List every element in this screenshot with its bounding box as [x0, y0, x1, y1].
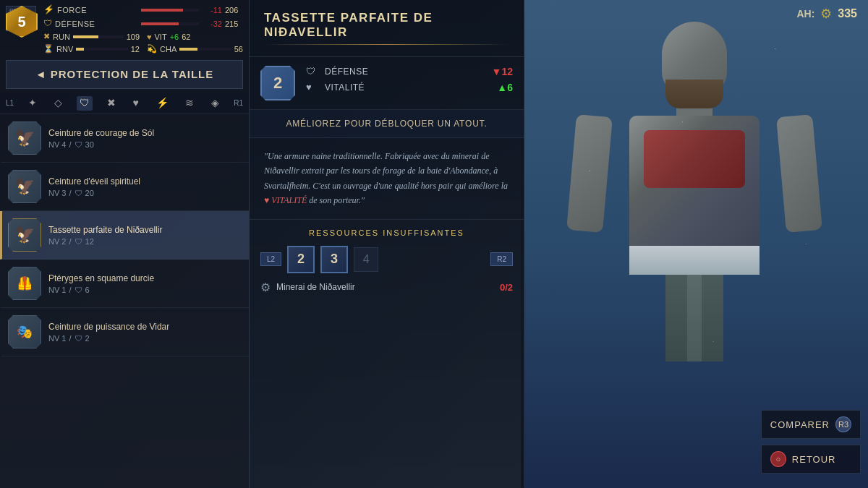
tab-icon-sparkle[interactable]: ✦: [25, 95, 40, 111]
section-title-box: ◄ PROTECTION DE LA TAILLE: [6, 60, 243, 89]
equipment-item-2[interactable]: 🦅 Ceinture d'éveil spirituel NV 3 / 🛡 20: [0, 163, 249, 211]
compare-label: COMPARER: [770, 419, 830, 430]
tab-icon-waves[interactable]: ≋: [182, 95, 197, 111]
craft-btn-r2[interactable]: R2: [490, 252, 513, 266]
detail-vitality-name: VITALITÉ: [325, 82, 491, 93]
tab-icon-lightning[interactable]: ⚡: [153, 95, 171, 111]
retour-icon: ○: [770, 451, 786, 467]
force-label: FORCE: [57, 6, 138, 14]
detail-vitality-icon: ♥: [306, 82, 319, 93]
item-level-badge: 2: [260, 66, 295, 100]
resource-count: 0/2: [500, 282, 513, 293]
item-info-5: Ceinture de puissance de Vidar NV 1 / 🛡 …: [48, 322, 243, 343]
item-info-3: Tassette parfaite de Niðavellir NV 2 / 🛡…: [48, 225, 243, 246]
item-detail-section: 2 🛡 DÉFENSE ▼12 ♥ VITALITÉ ▲6: [250, 57, 524, 110]
trigger-left[interactable]: L1: [6, 99, 14, 107]
rnv-label: RNV: [56, 45, 73, 53]
resources-title: RESSOURCES INSUFFISANTES: [260, 228, 513, 237]
resources-section: RESSOURCES INSUFFISANTES L2 2 3 4 R2 ⚙ M…: [250, 220, 524, 303]
run-label: RUN: [53, 33, 70, 41]
title-divider: [264, 44, 509, 45]
defense-stat-row: 🛡 DÉFENSE -32 215: [43, 18, 243, 29]
item-defense-3: 12: [85, 237, 94, 246]
item-info-4: Ptéryges en squame durcie NV 1 / 🛡 6: [48, 273, 243, 294]
shield-icon-3: 🛡: [75, 237, 82, 246]
force-stat-row: ⚡ FORCE -11 206: [43, 4, 243, 15]
shield-icon-4: 🛡: [75, 286, 82, 294]
item-icon-3: 🦅: [8, 218, 41, 252]
item-info-1: Ceinture de courage de Sól NV 4 / 🛡 30: [48, 128, 243, 149]
vit-stat: ♥ VIT +6 62: [147, 32, 243, 41]
item-name-4: Ptéryges en squame durcie: [48, 273, 243, 283]
craft-btn-l2[interactable]: L2: [260, 252, 281, 266]
defense-icon: 🛡: [43, 18, 52, 29]
tab-icon-shield[interactable]: 🛡: [77, 96, 93, 111]
detail-vitality-row: ♥ VITALITÉ ▲6: [306, 82, 513, 93]
item-icon-5: 🎭: [8, 315, 41, 348]
cha-label: CHA: [160, 45, 176, 53]
item-level-5: NV 1: [48, 334, 66, 343]
item-name-3: Tassette parfaite de Niðavellir: [48, 225, 243, 235]
force-change: -11: [202, 6, 222, 14]
detail-defense-icon: 🛡: [306, 66, 319, 77]
rnv-bar-fill: [76, 48, 84, 51]
item-icon-1: 🦅: [8, 121, 41, 155]
defense-label: DÉFENSE: [55, 20, 138, 28]
craft-number-4: 4: [354, 247, 378, 272]
equipment-item-4[interactable]: 🦺 Ptéryges en squame durcie NV 1 / 🛡 6: [0, 260, 249, 308]
equipment-item-1[interactable]: 🦅 Ceinture de courage de Sól NV 4 / 🛡 30: [0, 114, 249, 163]
trigger-right[interactable]: R1: [234, 99, 243, 107]
equipment-item-3[interactable]: 🦅 Tassette parfaite de Niðavellir NV 2 /…: [0, 211, 249, 260]
rnv-icon: ⏳: [43, 44, 54, 53]
run-bar: [73, 35, 124, 38]
tab-icon-heart[interactable]: ♥: [129, 96, 141, 111]
defense-bar-container: [141, 22, 199, 25]
item-stats-5: NV 1 / 🛡 2: [48, 334, 243, 343]
retour-button[interactable]: ○ RETOUR: [761, 445, 861, 474]
run-vit-row: ✖ RUN 109 ♥ VIT +6 62: [43, 32, 243, 41]
item-stats-1: NV 4 / 🛡 30: [48, 140, 243, 149]
force-bar-container: [141, 9, 199, 12]
vit-value: 62: [182, 33, 190, 41]
item-defense-2: 20: [85, 189, 94, 197]
hud-currency: AH: ⚙ 335: [796, 6, 857, 22]
item-stats-4: NV 1 / 🛡 6: [48, 286, 243, 294]
rnv-value: 12: [131, 45, 140, 53]
defense-value: 215: [225, 20, 243, 28]
resource-name: Minerai de Niðavellir: [276, 282, 494, 292]
shield-icon-1: 🛡: [75, 140, 82, 149]
cha-bar-fill: [179, 48, 197, 51]
item-defense-4: 6: [85, 286, 90, 294]
left-panel: 5 ⚡ FORCE -11 206 🛡 DÉFENSE -32 215 ✖: [0, 0, 250, 488]
run-icon: ✖: [43, 32, 50, 41]
upgrade-section: AMÉLIOREZ POUR DÉBLOQUER UN ATOUT.: [250, 110, 524, 138]
level-number: 5: [17, 14, 25, 30]
item-name-1: Ceinture de courage de Sól: [48, 128, 243, 138]
cha-value: 56: [234, 45, 243, 53]
item-level-3: NV 2: [48, 237, 66, 246]
item-main-title: TASSETTE PARFAITE DE NIÐAVELLIR: [264, 11, 509, 40]
rnv-cha-row: ⏳ RNV 12 💫 CHA 56: [43, 44, 243, 53]
tab-icon-cross[interactable]: ✖: [104, 95, 119, 111]
currency-icon: ⚙: [820, 6, 832, 22]
equipment-item-5[interactable]: 🎭 Ceinture de puissance de Vidar NV 1 / …: [0, 308, 249, 356]
force-icon: ⚡: [43, 4, 54, 15]
item-icon-2: 🦅: [8, 170, 41, 203]
tab-icon-gem[interactable]: ◈: [208, 95, 222, 111]
item-icon-4: 🦺: [8, 267, 41, 300]
middle-panel: TASSETTE PARFAITE DE NIÐAVELLIR 2 🛡 DÉFE…: [250, 0, 524, 488]
rnv-stat: ⏳ RNV 12: [43, 44, 140, 53]
icon-tabs-bar: L1 ✦ ◇ 🛡 ✖ ♥ ⚡ ≋ ◈ R1: [0, 93, 249, 114]
description-text: "Une armure naine traditionnelle. Fabriq…: [264, 149, 509, 208]
resource-icon: ⚙: [260, 281, 271, 294]
shield-icon-2: 🛡: [75, 189, 82, 197]
item-defense-5: 2: [85, 334, 90, 343]
item-stats-detail: 🛡 DÉFENSE ▼12 ♥ VITALITÉ ▲6: [306, 66, 513, 100]
compare-button[interactable]: COMPARER R3: [761, 410, 861, 439]
run-value: 109: [127, 33, 140, 41]
tab-icon-diamond[interactable]: ◇: [51, 95, 65, 111]
item-level-4: NV 1: [48, 286, 66, 294]
description-section: "Une armure naine traditionnelle. Fabriq…: [250, 138, 524, 220]
detail-defense-value: ▼12: [492, 66, 513, 77]
detail-defense-row: 🛡 DÉFENSE ▼12: [306, 66, 513, 77]
